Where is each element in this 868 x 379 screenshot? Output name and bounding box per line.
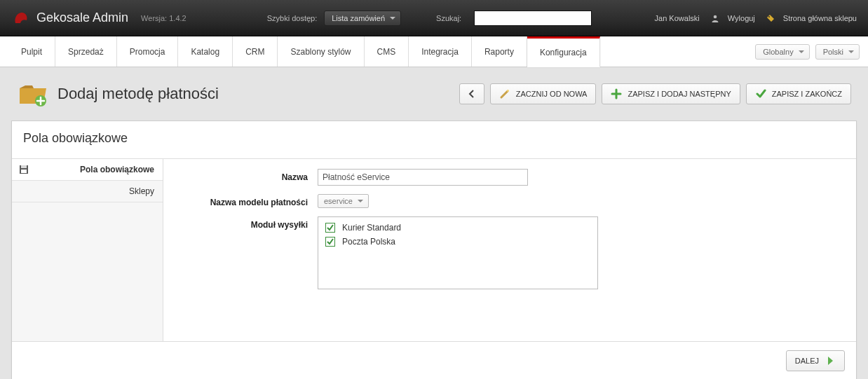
tab-label: Promocja: [130, 47, 165, 57]
store-home-link[interactable]: Strona główna sklepu: [783, 14, 857, 22]
page-header: Dodaj metodę płatności ZACZNIJ OD NOWA Z…: [0, 67, 868, 120]
plus-icon: [611, 88, 622, 99]
tab-crm[interactable]: CRM: [233, 36, 278, 67]
save-and-next-button[interactable]: ZAPISZ I DODAJ NASTĘPNY: [602, 83, 740, 104]
form-panel: Pola obowiązkowe Pola obowiązkowe Sklepy…: [11, 120, 857, 379]
arrow-left-icon: [466, 88, 477, 99]
tab-label: CMS: [377, 47, 396, 57]
top-search-input[interactable]: [474, 11, 592, 26]
checkbox-poczta-polska[interactable]: [325, 237, 335, 247]
panel-sidebar: Pola obowiązkowe Sklepy: [12, 159, 163, 341]
tab-cms[interactable]: CMS: [365, 36, 409, 67]
page-title: Dodaj metodę płatności: [57, 85, 219, 103]
tab-label: CRM: [245, 47, 264, 57]
save-and-next-label: ZAPISZ I DODAJ NASTĘPNY: [628, 90, 731, 98]
tab-pulpit[interactable]: Pulpit: [8, 36, 55, 67]
tab-promocja[interactable]: Promocja: [117, 36, 179, 67]
next-button[interactable]: DALEJ: [786, 350, 845, 371]
language-select[interactable]: Polski: [815, 44, 860, 60]
top-bar: Gekosale Admin Wersja: 1.4.2 Szybki dost…: [0, 0, 868, 36]
model-select[interactable]: eservice: [318, 194, 369, 208]
shipping-module-list: Kurier Standard Poczta Polska: [318, 216, 598, 289]
next-label: DALEJ: [795, 357, 819, 365]
language-value: Polski: [823, 48, 843, 56]
tab-raporty[interactable]: Raporty: [472, 36, 527, 67]
name-label: Nazwa: [177, 169, 318, 182]
folder-add-icon: [17, 80, 48, 108]
brand-logo-icon: [11, 9, 29, 27]
sidebar-item-shops[interactable]: Sklepy: [12, 181, 163, 202]
brand-title: Gekosale Admin: [36, 11, 128, 25]
top-search-label: Szukaj:: [436, 14, 461, 22]
tab-label: Integracja: [421, 47, 459, 57]
svg-rect-7: [21, 170, 27, 173]
ship-option-label: Kurier Standard: [342, 223, 401, 233]
model-label: Nazwa modelu płatności: [177, 194, 318, 207]
name-input[interactable]: [318, 169, 528, 186]
quick-access-label: Szybki dostęp:: [267, 14, 318, 22]
sidebar-item-label: Sklepy: [129, 186, 154, 196]
tab-label: Sprzedaż: [68, 47, 104, 57]
restart-label: ZACZNIJ OD NOWA: [516, 90, 588, 98]
svg-point-4: [507, 90, 509, 92]
arrow-right-icon: [825, 355, 836, 366]
ship-option-label: Poczta Polska: [342, 237, 395, 247]
svg-point-1: [768, 16, 770, 18]
tab-sprzedaz[interactable]: Sprzedaż: [55, 36, 117, 67]
tab-label: Katalog: [191, 47, 219, 57]
wand-icon: [499, 88, 510, 99]
tab-integracja[interactable]: Integracja: [409, 36, 472, 67]
back-button[interactable]: [459, 83, 484, 104]
shipping-label: Moduł wysyłki: [177, 216, 318, 230]
tab-katalog[interactable]: Katalog: [178, 36, 233, 67]
tab-szablony[interactable]: Szablony stylów: [278, 36, 364, 67]
tab-label: Raporty: [484, 47, 514, 57]
svg-point-0: [713, 15, 717, 18]
tag-icon: [766, 14, 775, 22]
sidebar-item-label: Pola obowiązkowe: [80, 165, 154, 174]
quick-access-value: Lista zamówień: [332, 14, 385, 22]
check-icon: [755, 88, 766, 99]
save-and-close-label: ZAPISZ I ZAKOŃCZ: [772, 90, 842, 98]
panel-footer: DALEJ: [12, 341, 856, 379]
tab-label: Konfiguracja: [540, 48, 587, 57]
svg-rect-6: [21, 165, 27, 168]
save-and-close-button[interactable]: ZAPISZ I ZAKOŃCZ: [746, 83, 851, 104]
tab-label: Pulpit: [21, 47, 42, 57]
scope-select[interactable]: Globalny: [755, 44, 809, 60]
logout-link[interactable]: Wyloguj: [728, 14, 755, 22]
quick-access: Szybki dostęp: Lista zamówień Szukaj:: [267, 11, 592, 26]
scope-value: Globalny: [763, 48, 793, 56]
form-area: Nazwa Nazwa modelu płatności eservice Mo…: [163, 159, 856, 341]
main-nav: Pulpit Sprzedaż Promocja Katalog CRM Sza…: [0, 36, 868, 67]
list-item: Poczta Polska: [325, 237, 590, 247]
list-item: Kurier Standard: [325, 223, 590, 233]
panel-title: Pola obowiązkowe: [12, 121, 856, 159]
tab-konfiguracja[interactable]: Konfiguracja: [527, 36, 600, 67]
floppy-icon: [19, 165, 29, 174]
restart-button[interactable]: ZACZNIJ OD NOWA: [490, 83, 597, 104]
sidebar-item-required[interactable]: Pola obowiązkowe: [12, 159, 163, 181]
tab-label: Szablony stylów: [290, 47, 351, 57]
top-user-name[interactable]: Jan Kowalski: [655, 14, 700, 22]
top-right: Jan Kowalski Wyloguj Strona główna sklep…: [655, 14, 857, 22]
user-icon: [711, 14, 719, 22]
model-select-value: eservice: [324, 197, 353, 205]
checkbox-kurier-standard[interactable]: [325, 223, 335, 233]
quick-access-dropdown[interactable]: Lista zamówień: [324, 11, 401, 26]
version-text: Wersja: 1.4.2: [141, 14, 187, 22]
